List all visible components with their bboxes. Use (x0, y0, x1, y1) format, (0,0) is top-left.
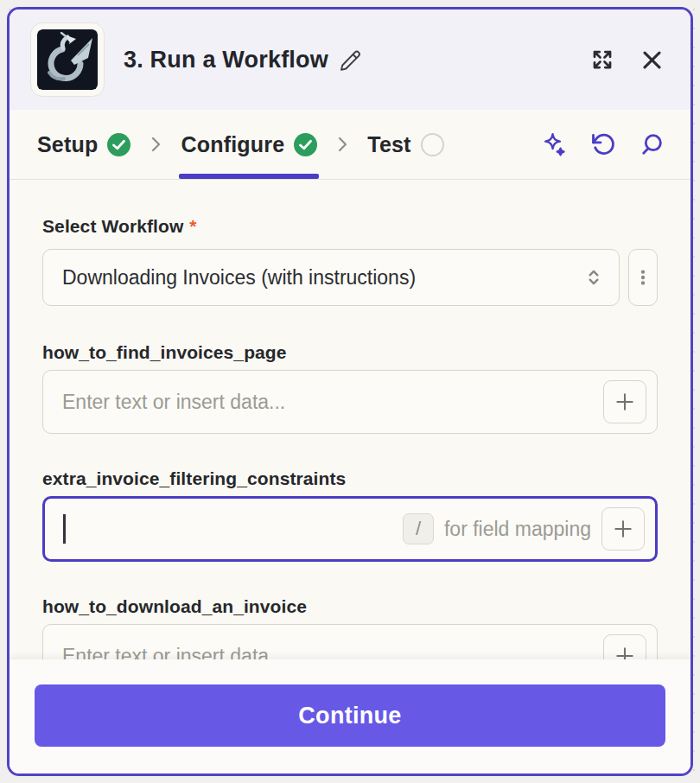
workflow-options-button[interactable] (628, 249, 658, 306)
tab-test-label: Test (367, 132, 410, 157)
download-invoice-label: how_to_download_an_invoice (42, 596, 658, 617)
refresh-undo-icon[interactable] (589, 131, 616, 158)
download-invoice-field (42, 624, 658, 659)
active-tab-underline (179, 174, 319, 179)
ai-sparkle-icon[interactable] (541, 131, 568, 158)
setup-complete-check-icon (107, 133, 130, 156)
select-workflow-label-text: Select Workflow (42, 216, 183, 236)
tab-setup[interactable]: Setup (37, 110, 130, 179)
filtering-constraints-input[interactable] (66, 518, 403, 541)
filtering-constraints-label: extra_invoice_filtering_constraints (42, 468, 658, 489)
configure-form: Select Workflow* Downloading Invoices (w… (10, 180, 690, 659)
dragon-logo-icon (37, 29, 98, 90)
test-incomplete-circle-icon (421, 133, 444, 156)
select-workflow-label: Select Workflow* (42, 216, 658, 237)
plus-icon (614, 391, 636, 413)
filtering-insert-data-button[interactable] (601, 507, 645, 551)
continue-button[interactable]: Continue (35, 684, 665, 747)
download-insert-data-button[interactable] (603, 634, 646, 659)
up-down-chevron-icon (582, 266, 605, 289)
plus-icon (612, 518, 634, 540)
chevron-right-icon (332, 134, 353, 155)
field-mapping-hint-text: for field mapping (444, 518, 591, 541)
expand-icon[interactable] (589, 47, 615, 73)
tab-setup-label: Setup (37, 132, 98, 157)
tab-test[interactable]: Test (367, 110, 443, 179)
step-tabbar: Setup Configure Test (10, 110, 690, 180)
workflow-select[interactable]: Downloading Invoices (with instructions) (42, 249, 620, 306)
plus-icon (614, 645, 636, 659)
kebab-menu-icon (633, 268, 652, 287)
step-title: 3. Run a Workflow (124, 47, 328, 73)
workflow-select-value: Downloading Invoices (with instructions) (62, 266, 582, 290)
search-icon[interactable] (638, 131, 665, 158)
edit-title-pencil-icon[interactable] (339, 48, 362, 72)
step-config-dialog: 3. Run a Workflow Setup (7, 7, 693, 776)
tab-configure-label: Configure (181, 132, 284, 157)
required-asterisk: * (189, 216, 196, 236)
find-invoices-label: how_to_find_invoices_page (42, 342, 658, 363)
slash-key-badge: / (403, 513, 434, 544)
tab-configure[interactable]: Configure (181, 110, 317, 179)
filtering-constraints-field: / for field mapping (42, 496, 658, 562)
find-invoices-input[interactable] (62, 391, 603, 414)
find-invoices-field (42, 370, 658, 434)
download-invoice-input[interactable] (62, 645, 603, 660)
chevron-right-icon (145, 134, 166, 155)
find-invoices-insert-data-button[interactable] (603, 380, 646, 423)
app-logo (30, 22, 105, 97)
close-icon[interactable] (640, 48, 665, 73)
field-mapping-hint: / for field mapping (403, 513, 591, 544)
dialog-footer: Continue (10, 659, 690, 773)
dialog-header: 3. Run a Workflow (10, 10, 690, 110)
configure-complete-check-icon (294, 133, 317, 156)
